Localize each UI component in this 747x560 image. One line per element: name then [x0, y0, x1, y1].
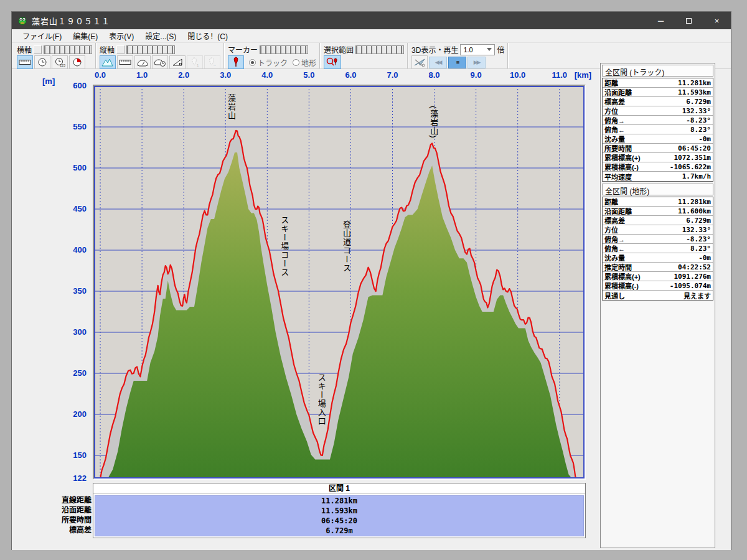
summary-row-value: 11.593km [678, 88, 711, 96]
summary-row: 累積標高(-)-1095.074m [603, 281, 713, 291]
app-window: 藻岩山１９０５１１ ─ × ファイル(F)編集(E)表示(V)設定...(S)閉… [11, 11, 731, 550]
maximize-button[interactable] [675, 12, 703, 29]
haxis-distance-button[interactable] [17, 55, 33, 69]
vaxis-mini-button[interactable] [116, 45, 125, 54]
rewind-button[interactable]: ◀◀ [429, 57, 447, 68]
window-title: 藻岩山１９０５１１ [32, 15, 110, 27]
speed-clock-icon [154, 58, 166, 67]
summary-track-header: 全区間 (トラック) [602, 65, 713, 77]
summary-row: 距離11.281km [603, 78, 713, 88]
svg-text:123: 123 [60, 63, 65, 67]
segment-values: 11.281km11.593km06:45:206.729m [95, 495, 584, 536]
vaxis-marker1-button[interactable]: 1 [187, 55, 203, 69]
menu-item[interactable]: 設定...(S) [139, 29, 182, 42]
x-tick-label: 4.0 [258, 70, 276, 80]
summary-row-value: 見えます [684, 291, 711, 301]
fly-3d-button[interactable] [411, 55, 428, 69]
x-tick-label: 9.0 [467, 70, 485, 80]
segment-row-label: 直線距離 [37, 496, 92, 506]
ruler-icon [19, 58, 31, 66]
summary-row-label: 俯角← [604, 243, 625, 253]
stop-button[interactable]: ■ [448, 57, 466, 68]
haxis-time-pie-button[interactable] [69, 55, 85, 69]
summary-row-label: 標高差 [604, 96, 625, 106]
summary-row: 標高差6.729m [603, 216, 713, 225]
vaxis-slider[interactable] [126, 45, 175, 54]
vaxis-slope-button[interactable] [169, 55, 186, 69]
y-axis-unit: [m] [42, 77, 55, 86]
haxis-label: 横軸 [17, 44, 32, 55]
selection-zoom-pin-button[interactable] [324, 55, 341, 69]
menu-item[interactable]: 閉じる！(C) [182, 29, 233, 42]
summary-row: 方位132.33° [603, 225, 713, 235]
marker-pin-button[interactable] [228, 55, 244, 69]
marker-radio-track[interactable]: トラック [249, 57, 288, 68]
menu-item[interactable]: 表示(V) [103, 29, 139, 42]
haxis-time-button[interactable] [34, 55, 50, 69]
vaxis-marker2-button[interactable]: .. [204, 55, 220, 69]
x-tick-label: 7.0 [384, 70, 402, 80]
haxis-slider[interactable] [44, 45, 92, 54]
selection-slider[interactable] [355, 45, 404, 54]
speed-select[interactable]: 1.0 [460, 44, 495, 55]
y-tick-label: 300 [73, 327, 87, 337]
marker-slider[interactable] [260, 45, 308, 54]
x-tick-label: 2.0 [175, 70, 192, 80]
x-tick-label: 0.0 [92, 70, 109, 80]
summary-row-value: 6.729m [686, 217, 711, 225]
summary-row-label: 方位 [604, 225, 618, 235]
summary-row-value: 8.23° [690, 245, 711, 253]
summary-row: 沈み量-0m [603, 253, 713, 263]
summary-row-label: 累積標高(+) [604, 271, 641, 281]
svg-text:..: .. [214, 62, 216, 67]
radio-on-icon [249, 59, 256, 66]
menu-bar: ファイル(F)編集(E)表示(V)設定...(S)閉じる！(C) [12, 29, 731, 43]
haxis-mini-button[interactable] [34, 45, 42, 54]
summary-row-label: 俯角→ [604, 234, 625, 244]
clock-icon [37, 57, 47, 67]
summary-row-value: 11.281km [678, 79, 711, 87]
forward-button[interactable]: ▶▶ [467, 57, 486, 68]
summary-row: 俯角←8.23° [603, 125, 713, 134]
x-tick-label: 10.0 [509, 70, 527, 80]
summary-row-value: -0m [698, 135, 711, 143]
summary-row-label: 推定時間 [604, 262, 632, 272]
summary-row-label: 距離 [604, 78, 618, 88]
y-tick-label: 450 [73, 204, 87, 213]
clock-number-icon: 123 [54, 57, 65, 67]
summary-row: 沿面距離11.593km [603, 88, 713, 97]
summary-row-value: 1.7km/h [682, 172, 711, 180]
summary-row-value: 1072.351m [674, 154, 711, 162]
vaxis-speed-time-button[interactable] [152, 55, 168, 69]
marker-label: マーカー [228, 44, 258, 55]
vaxis-distance-button[interactable] [117, 55, 133, 69]
summary-row-value: 11.281km [678, 198, 711, 206]
haxis-time-number-button[interactable]: 123 [52, 55, 68, 69]
y-tick-label: 200 [73, 409, 87, 419]
minimize-button[interactable]: ─ [647, 12, 675, 29]
vaxis-label: 縦軸 [100, 44, 115, 55]
summary-row: 平均速度1.7km/h [603, 172, 713, 181]
summary-row-label: 俯角← [604, 124, 625, 134]
menu-item[interactable]: ファイル(F) [17, 29, 67, 42]
summary-row-value: 8.23° [690, 126, 711, 134]
vaxis-speed-button[interactable] [134, 55, 151, 69]
summary-row: 俯角→-8.23° [603, 116, 713, 125]
summary-row-value: 11.600km [678, 207, 711, 215]
app-icon [17, 16, 27, 26]
speed-unit-label: 倍 [497, 44, 504, 55]
summary-track-table: 距離11.281km沿面距離11.593km標高差6.729m方位132.33°… [602, 78, 713, 182]
segment-value: 11.281km [95, 496, 583, 506]
summary-terrain-table: 距離11.281km沿面距離11.600km標高差6.729m方位132.33°… [602, 197, 713, 301]
summary-row: 累積標高(+)1091.276m [603, 272, 713, 281]
summary-panel: 全区間 (トラック) 距離11.281km沿面距離11.593km標高差6.72… [600, 63, 715, 548]
vaxis-elevation-button[interactable] [100, 55, 116, 69]
slope-icon [172, 58, 183, 67]
selection-group: 選択範囲 [320, 43, 408, 68]
segment-value: 06:45:20 [95, 516, 583, 526]
menu-item[interactable]: 編集(E) [67, 29, 103, 42]
close-button[interactable]: × [703, 12, 731, 29]
summary-row-value: 06:45:20 [678, 144, 711, 152]
marker-radio-terrain[interactable]: 地形 [293, 57, 316, 68]
elevation-plot[interactable]: 藻岩山(藻岩山)スキー場コース登山道コーススキー場入口 [93, 85, 586, 480]
